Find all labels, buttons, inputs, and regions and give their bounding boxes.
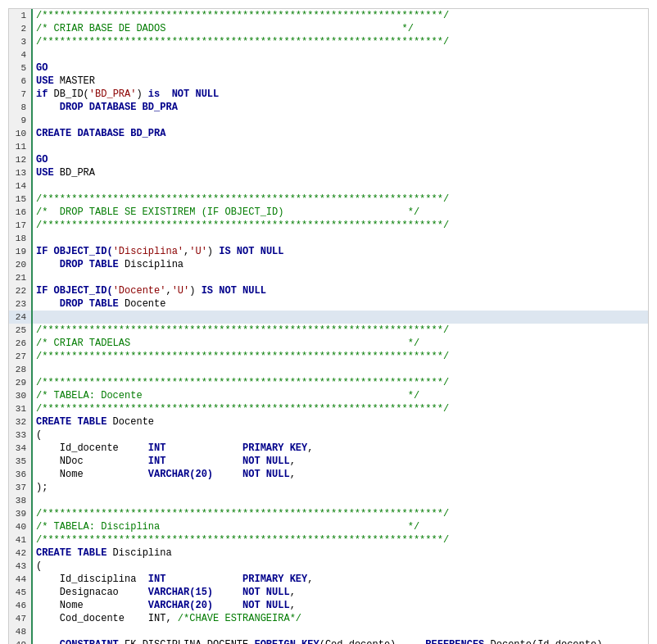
line-content (32, 114, 648, 127)
line-content: /***************************************… (32, 9, 648, 22)
line-content: Id_disciplina INT PRIMARY KEY, (32, 573, 648, 586)
line-number: 18 (9, 232, 32, 245)
line-number: 30 (9, 389, 32, 402)
code-token (165, 574, 242, 585)
line-content: DROP TABLE Docente (32, 297, 648, 311)
code-token (165, 442, 242, 454)
code-token: 'U' (189, 246, 207, 257)
code-token: IS NOT NULL (219, 246, 283, 257)
code-token: /* CRIAR BASE DE DADOS (36, 23, 165, 34)
table-row: 21 (9, 271, 648, 284)
code-token: if (36, 88, 48, 100)
table-row: 35 NDoc INT NOT NULL, (9, 455, 648, 468)
line-number: 15 (9, 193, 32, 206)
table-row: 40/* TABELA: Disciplina */ (9, 520, 648, 533)
code-token: NOT NULL (242, 587, 290, 598)
code-token: USE (36, 167, 54, 179)
code-token: , (307, 574, 313, 585)
line-content: IF OBJECT_ID('Disciplina','U') IS NOT NU… (32, 245, 648, 258)
table-row: 10CREATE DATABASE BD_PRA (9, 127, 648, 140)
table-row: 23 DROP TABLE Docente (9, 297, 648, 311)
code-token: Docente(Id_docente) (484, 639, 602, 644)
table-row: 4 (9, 48, 648, 61)
table-row: 33( (9, 429, 648, 442)
line-content: /***************************************… (32, 507, 648, 520)
table-row: 7if DB_ID('BD_PRA') is NOT NULL (9, 88, 648, 101)
code-token: /***************************************… (36, 377, 449, 388)
code-token: INT (84, 456, 166, 467)
code-token: is (148, 88, 160, 100)
line-number: 6 (9, 75, 32, 88)
code-token: CREATE DATABASE BD_PRA (36, 128, 165, 139)
code-token: NOT NULL (172, 88, 220, 100)
line-content (32, 48, 648, 61)
line-content (32, 625, 648, 638)
code-token: */ (143, 390, 419, 401)
line-content: USE BD_PRA (32, 166, 648, 179)
line-number: 28 (9, 363, 32, 376)
line-content: Nome VARCHAR(20) NOT NULL, (32, 468, 648, 481)
code-token: IF OBJECT_ID( (36, 285, 113, 297)
line-number: 25 (9, 324, 32, 337)
table-row: 34 Id_docente INT PRIMARY KEY, (9, 442, 648, 455)
code-token: Docente (119, 298, 166, 310)
table-row: 36 Nome VARCHAR(20) NOT NULL, (9, 468, 648, 481)
table-row: 45 Designacao VARCHAR(15) NOT NULL, (9, 586, 648, 599)
table-row: 8 DROP DATABASE BD_PRA (9, 101, 648, 114)
line-content (32, 311, 648, 324)
line-number: 20 (9, 258, 32, 271)
code-token: USE (36, 75, 54, 87)
table-row: 31/*************************************… (9, 402, 648, 415)
table-row: 37); (9, 481, 648, 494)
line-content (32, 232, 648, 245)
code-token: DROP DATABASE BD_PRA (36, 102, 178, 113)
line-number: 21 (9, 271, 32, 284)
code-token: CREATE TABLE (36, 416, 106, 428)
code-container: 1/**************************************… (8, 8, 649, 644)
table-row: 42CREATE TABLE Disciplina (9, 546, 648, 560)
line-content: CREATE TABLE Disciplina (32, 546, 648, 560)
code-token: VARCHAR(20) (84, 600, 213, 611)
table-row: 3/**************************************… (9, 35, 648, 48)
code-token: /* CRIAR TADELAS (36, 338, 130, 349)
table-row: 19IF OBJECT_ID('Disciplina','U') IS NOT … (9, 245, 648, 258)
code-token: ( (36, 429, 42, 441)
code-token: , (290, 600, 296, 611)
code-token: VARCHAR(15) (119, 587, 213, 598)
line-number: 17 (9, 219, 32, 232)
line-number: 41 (9, 533, 32, 546)
code-token: /***************************************… (36, 351, 449, 362)
line-number: 39 (9, 507, 32, 520)
table-row: 29/*************************************… (9, 376, 648, 389)
line-content: DROP DATABASE BD_PRA (32, 101, 648, 114)
code-token: REFERENCES (425, 639, 484, 644)
table-row: 24 (9, 311, 648, 324)
table-row: 48 (9, 625, 648, 638)
code-token (160, 88, 171, 100)
line-number: 22 (9, 284, 32, 297)
code-token: VARCHAR(20) (84, 469, 213, 480)
code-token: ) (136, 88, 147, 100)
line-content: /***************************************… (32, 402, 648, 415)
line-content (32, 271, 648, 284)
code-token: , (307, 442, 313, 454)
table-row: 39/*************************************… (9, 507, 648, 520)
line-number: 43 (9, 560, 32, 573)
line-number: 8 (9, 101, 32, 114)
line-number: 40 (9, 520, 32, 533)
line-number: 35 (9, 455, 32, 468)
line-number: 44 (9, 573, 32, 586)
line-number: 29 (9, 376, 32, 389)
line-number: 19 (9, 245, 32, 258)
code-token: Nome (36, 600, 84, 611)
table-row: 46 Nome VARCHAR(20) NOT NULL, (9, 599, 648, 612)
line-content: /***************************************… (32, 219, 648, 232)
table-row: 44 Id_disciplina INT PRIMARY KEY, (9, 573, 648, 586)
table-row: 32CREATE TABLE Docente (9, 415, 648, 429)
line-content: CREATE TABLE Docente (32, 415, 648, 429)
line-number: 34 (9, 442, 32, 455)
code-token: NOT NULL (242, 456, 290, 467)
code-token: CREATE TABLE (36, 547, 106, 559)
code-token: /***************************************… (36, 220, 449, 231)
line-content: /* CRIAR TADELAS */ (32, 337, 648, 350)
